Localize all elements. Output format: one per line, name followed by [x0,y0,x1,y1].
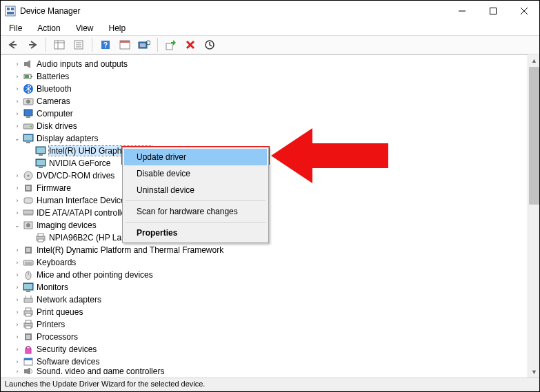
context-menu-item[interactable]: Uninstall device [124,182,267,198]
tree-row[interactable]: ›Processors [1,331,528,343]
expand-icon[interactable]: › [13,358,21,365]
svg-rect-37 [26,116,30,118]
tree-label: Disk drives [37,121,81,131]
expand-icon[interactable]: › [13,85,21,92]
expand-icon[interactable]: › [13,61,21,68]
disable-button[interactable] [201,37,218,52]
tree-label: Human Interface Devices [37,196,134,205]
expand-icon[interactable]: › [13,309,21,316]
scroll-up-arrow[interactable]: ▲ [528,54,540,66]
minimize-button[interactable] [446,1,477,21]
vertical-scrollbar[interactable]: ▲ ▼ [528,54,539,378]
tree-row[interactable]: ›Computer [1,107,528,120]
toolbar-separator [92,38,92,52]
collapse-icon[interactable]: ⌄ [13,135,21,142]
collapse-icon[interactable]: ⌄ [13,222,21,229]
svg-rect-31 [31,76,32,77]
back-button[interactable] [5,37,21,52]
tree-label: Firmware [37,183,75,193]
tree-row[interactable]: ›Software devices [1,355,528,368]
mouse-icon [23,269,34,280]
expand-icon[interactable]: › [13,98,21,105]
tree-row[interactable]: ›Bluetooth [1,83,528,95]
menu-help[interactable]: Help [106,22,129,34]
svg-rect-36 [24,110,32,116]
expand-icon[interactable]: › [13,110,21,117]
tree-row[interactable]: ›Print queues [1,306,528,318]
scroll-down-arrow[interactable]: ▼ [528,366,540,378]
svg-rect-22 [140,43,146,47]
expand-icon[interactable]: › [13,333,21,340]
context-menu-item[interactable]: Update driver [124,149,267,165]
expand-icon[interactable]: › [13,123,21,130]
expand-icon[interactable]: › [13,172,21,179]
expand-icon[interactable]: › [13,185,21,192]
bluetooth-icon [23,83,34,94]
svg-rect-53 [24,198,32,203]
expand-icon[interactable]: › [13,368,21,374]
svg-rect-71 [24,298,32,302]
expand-icon[interactable]: › [13,197,21,204]
window-title: Device Manager [20,6,80,16]
tree-row[interactable]: ›Mice and other pointing devices [1,269,528,281]
svg-rect-84 [24,358,32,360]
svg-rect-8 [10,44,17,45]
uninstall-button[interactable] [182,37,199,52]
tree-row[interactable]: ›Printers [1,318,528,331]
chip-icon [23,245,34,256]
tree-row[interactable]: ›Cameras [1,95,528,107]
toolbar-separator [157,38,158,52]
expand-icon[interactable]: › [13,259,21,266]
context-menu-item[interactable]: Properties [124,225,267,241]
close-button[interactable] [508,1,539,21]
tree-row[interactable]: ›Intel(R) Dynamic Platform and Thermal F… [1,244,528,256]
expand-icon[interactable]: › [13,346,21,353]
menu-action[interactable]: Action [34,22,63,34]
expand-icon[interactable]: › [13,296,21,303]
tree-label: NVIDIA GeForce [49,158,114,168]
tree-label: Sound, video and game controllers [37,368,168,374]
expand-icon[interactable]: › [13,271,21,278]
forward-button[interactable] [24,37,41,52]
app-icon [5,6,16,17]
update-driver-button[interactable] [163,37,179,52]
scan-hardware-button[interactable] [136,37,152,52]
menu-file[interactable]: File [6,22,25,34]
help-button[interactable]: ? [97,37,114,52]
context-menu: Update driverDisable deviceUninstall dev… [122,147,269,243]
show-hide-tree-button[interactable] [51,37,68,52]
tree-row[interactable]: ›Security devices [1,343,528,355]
tree-row[interactable]: ›Sound, video and game controllers [1,368,528,374]
expand-icon[interactable]: › [13,209,21,216]
tree-row[interactable]: ›Disk drives [1,120,528,132]
menu-view[interactable]: View [73,22,97,34]
tree-row[interactable]: ›Audio inputs and outputs [1,58,528,70]
tree-label: Keyboards [37,258,80,267]
content-area: ›Audio inputs and outputs›Batteries›Blue… [1,54,539,378]
svg-rect-52 [26,186,30,190]
expand-icon[interactable]: › [13,247,21,254]
tree-label: Network adapters [37,295,106,305]
tree-row[interactable]: ⌄Display adapters [1,132,528,145]
svg-rect-69 [24,284,32,289]
context-menu-item[interactable]: Scan for hardware changes [124,203,267,220]
expand-icon[interactable]: › [13,284,21,291]
toolbar: ? [1,35,539,54]
tree-row[interactable]: ›Batteries [1,70,528,83]
expand-icon[interactable]: › [13,321,21,328]
tree-row[interactable]: ›Network adapters [1,293,528,306]
maximize-button[interactable] [477,1,508,21]
svg-rect-20 [120,41,130,43]
expand-icon[interactable]: › [13,73,21,80]
tree-row[interactable]: ›Keyboards [1,256,528,269]
svg-rect-82 [26,349,31,353]
svg-rect-45 [39,154,43,156]
firmware-icon [23,183,34,194]
action-button[interactable] [117,37,133,52]
context-menu-item[interactable]: Disable device [124,165,267,182]
scroll-thumb[interactable] [529,67,539,205]
properties-button[interactable] [70,37,87,52]
tree-row[interactable]: ›Monitors [1,281,528,293]
tree-label: Printers [37,320,69,329]
ide-icon [23,207,34,218]
